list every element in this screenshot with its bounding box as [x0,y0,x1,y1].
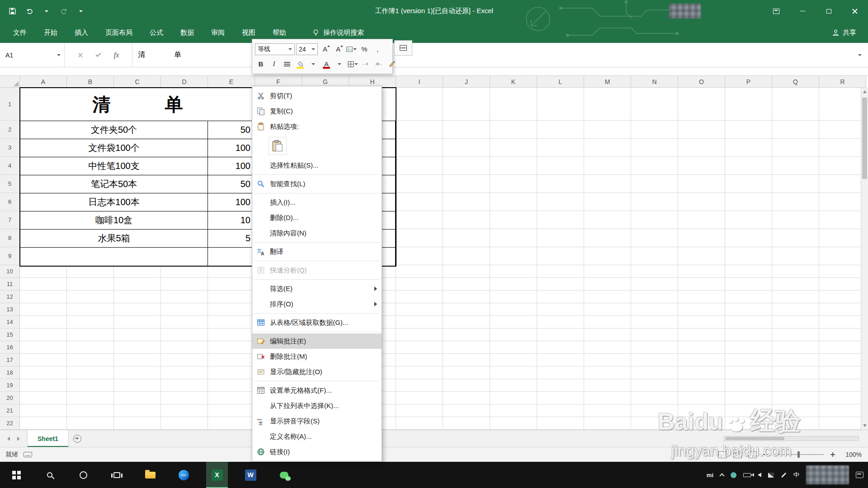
row-header-6[interactable]: 6 [0,193,20,211]
row-header-15[interactable]: 15 [0,328,20,341]
ribbon-display-options-button[interactable] [763,0,789,22]
menu-item-clear-contents[interactable]: 清除内容(N) [252,225,382,241]
font-size-select[interactable]: 24 [296,43,318,55]
horizontal-scrollbar[interactable] [723,436,859,441]
menu-item-paste-options[interactable]: 粘贴选项: [252,119,382,134]
column-header-O[interactable]: O [678,76,725,88]
menu-item-format-cells[interactable]: 设置单元格格式(F)... [252,383,382,398]
column-header-M[interactable]: M [584,76,631,88]
column-header-Q[interactable]: Q [772,76,819,88]
ribbon-tab-数据[interactable]: 数据 [172,22,203,43]
item-qty-cell[interactable]: 50 [208,121,255,139]
menu-item-link[interactable]: 链接(I) [252,444,382,460]
row-cells-16[interactable] [20,341,868,354]
percent-style-button[interactable]: % [359,43,370,55]
row-header-8[interactable]: 8 [0,229,20,247]
save-button[interactable] [5,4,20,19]
menu-item-insert[interactable]: 插入(I)... [252,195,382,210]
item-qty-cell[interactable]: 50 [208,175,255,193]
row-header-13[interactable]: 13 [0,303,20,316]
menu-item-copy[interactable]: 复制(C) [252,103,382,119]
insert-function-button[interactable]: fx [114,51,119,59]
row-header-17[interactable]: 17 [0,354,20,366]
decrease-decimal-button[interactable]: .00→ [373,58,385,70]
horizontal-scroll-thumb[interactable] [726,437,784,440]
undo-dropdown[interactable] [39,4,54,19]
volume-icon[interactable] [758,473,761,477]
fill-color-button[interactable] [294,58,306,70]
zoom-level[interactable]: 100% [842,451,862,458]
item-name-cell[interactable]: 水果5箱 [20,230,208,247]
item-name-cell[interactable]: 咖啡10盒 [20,211,208,229]
format-as-picture-dropdown[interactable] [345,43,357,55]
action-center-icon[interactable] [856,472,863,478]
taskbar-edge-button[interactable] [173,462,194,488]
redo-button[interactable] [56,4,71,19]
scroll-down-icon[interactable] [863,424,867,427]
column-header-B[interactable]: B [67,76,114,88]
paste-keep-source-formatting-button[interactable] [269,137,287,155]
column-header-I[interactable]: I [396,76,443,88]
column-header-A[interactable]: A [20,76,67,88]
row-header-1[interactable]: 1 [0,88,20,121]
row-cells-14[interactable] [20,316,868,328]
center-align-button[interactable] [281,58,293,70]
merge-center-button[interactable] [394,40,412,56]
row-header-21[interactable]: 21 [0,404,20,417]
row-header-19[interactable]: 19 [0,379,20,392]
row-header-16[interactable]: 16 [0,341,20,354]
row-header-10[interactable]: 10 [0,265,20,278]
row-cells-18[interactable] [20,366,868,379]
tray-app-icon[interactable] [731,472,736,478]
close-button[interactable] [842,0,868,22]
hidden-icons-chevron-icon[interactable] [719,473,724,478]
menu-item-define-name[interactable]: 定义名称(A)... [252,429,382,444]
row-header-2[interactable]: 2 [0,121,20,139]
decrease-font-size-button[interactable]: A [332,43,344,55]
page-layout-view-button[interactable] [733,451,742,458]
column-header-L[interactable]: L [537,76,584,88]
row-header-22[interactable]: 22 [0,417,20,430]
table-title-cell[interactable]: 清 单 [20,88,255,121]
font-name-select[interactable]: 等线 [255,43,295,55]
taskbar-start-button[interactable] [5,462,27,488]
minimize-button[interactable] [789,0,816,22]
fill-color-dropdown[interactable] [307,58,319,70]
menu-item-sort[interactable]: 排序(O) [252,296,382,312]
item-name-cell[interactable] [20,248,208,266]
maximize-button[interactable] [816,0,842,22]
item-qty-cell[interactable] [208,248,255,266]
italic-button[interactable]: I [268,58,280,70]
menu-item-delete[interactable]: 删除(D)... [252,210,382,225]
menu-item-delete-comment[interactable]: 删除批注(M) [252,349,382,364]
taskbar-file-explorer-button[interactable] [139,462,161,488]
column-header-C[interactable]: C [114,76,161,88]
sheet-tab-sheet1[interactable]: Sheet1 [27,430,69,447]
row-cells-22[interactable] [20,417,868,430]
menu-item-translate[interactable]: 文A翻译 [252,244,382,259]
undo-button[interactable] [22,4,37,19]
taskbar-task-view-button[interactable] [106,462,127,488]
item-qty-cell[interactable]: 10 [208,211,255,229]
accessibility-icon[interactable] [24,452,32,457]
zoom-slider[interactable] [774,454,824,455]
borders-button[interactable] [347,58,359,70]
row-cells-11[interactable] [20,278,868,291]
ribbon-tab-公式[interactable]: 公式 [141,22,172,43]
menu-item-phonetic[interactable]: wén文显示拼音字段(S) [252,413,382,429]
formula-input[interactable]: 清 单 [132,43,852,67]
ribbon-tab-文件[interactable]: 文件 [5,22,35,43]
tray-mi-label[interactable]: mi [707,472,713,479]
menu-item-toggle-comment[interactable]: 显示/隐藏批注(O) [252,364,382,380]
menu-item-get-data-from-table[interactable]: 从表格/区域获取数据(G)... [252,315,382,330]
item-qty-cell[interactable]: 100 [208,139,255,157]
confirm-entry-icon[interactable] [96,52,101,57]
increase-font-size-button[interactable]: A [319,43,331,55]
row-header-14[interactable]: 14 [0,316,20,328]
row-header-9[interactable]: 9 [0,247,20,265]
row-header-5[interactable]: 5 [0,175,20,193]
ribbon-tab-审阅[interactable]: 审阅 [203,22,233,43]
row-cells-19[interactable] [20,379,868,392]
menu-item-smart-lookup[interactable]: 智能查找(L) [252,176,382,192]
next-sheet-icon[interactable] [17,436,20,441]
